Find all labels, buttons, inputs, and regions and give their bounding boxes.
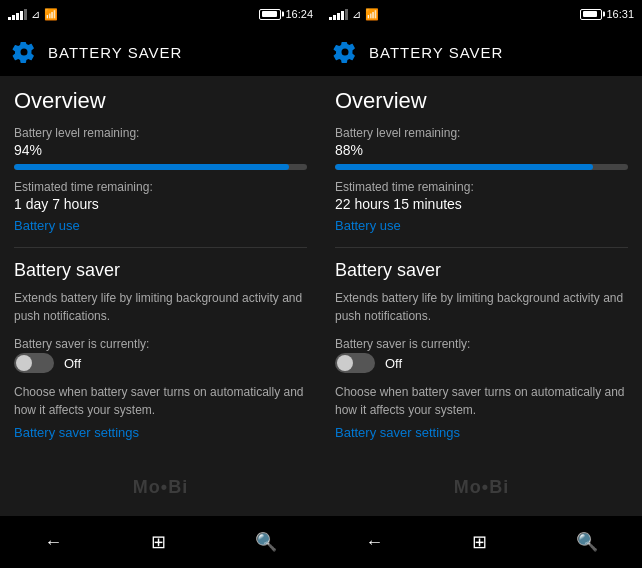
battery-saver-desc-2: Extends battery life by limiting backgro… xyxy=(335,289,628,325)
battery-saver-heading-1: Battery saver xyxy=(14,260,307,281)
battery-fill-2 xyxy=(335,164,593,170)
battery-level-label-2: Battery level remaining: xyxy=(335,126,628,140)
saver-choose-text-1: Choose when battery saver turns on autom… xyxy=(14,383,307,419)
search-button-1[interactable]: 🔍 xyxy=(235,523,297,561)
page-title-1: BATTERY SAVER xyxy=(48,44,182,61)
battery-fill-1 xyxy=(14,164,289,170)
battery-saver-settings-link-2[interactable]: Battery saver settings xyxy=(335,425,628,440)
title-bar-1: BATTERY SAVER xyxy=(0,28,321,76)
nav-bar-2: ← ⊞ 🔍 xyxy=(321,516,642,568)
toggle-knob-1 xyxy=(16,355,32,371)
overview-heading-1: Overview xyxy=(14,88,307,114)
toggle-label-1: Off xyxy=(64,356,81,371)
signal-icon-1 xyxy=(8,8,27,20)
battery-level-label-1: Battery level remaining: xyxy=(14,126,307,140)
toggle-label-2: Off xyxy=(385,356,402,371)
toggle-row-1: Off xyxy=(14,353,307,373)
toggle-knob-2 xyxy=(337,355,353,371)
overview-heading-2: Overview xyxy=(335,88,628,114)
gear-icon-2 xyxy=(333,40,357,64)
time-display-2: 16:31 xyxy=(606,8,634,20)
divider-2 xyxy=(335,247,628,248)
battery-saver-toggle-2[interactable] xyxy=(335,353,375,373)
network-type-1: ⊿ xyxy=(31,8,40,21)
back-button-1[interactable]: ← xyxy=(24,524,82,561)
toggle-row-2: Off xyxy=(335,353,628,373)
saver-status-label-1: Battery saver is currently: xyxy=(14,337,307,351)
status-right-1: 16:24 xyxy=(259,8,313,20)
battery-use-link-2[interactable]: Battery use xyxy=(335,218,628,233)
status-left-1: ⊿ 📶 xyxy=(8,8,58,21)
battery-use-link-1[interactable]: Battery use xyxy=(14,218,307,233)
battery-level-value-1: 94% xyxy=(14,142,307,158)
saver-status-label-2: Battery saver is currently: xyxy=(335,337,628,351)
home-button-1[interactable]: ⊞ xyxy=(131,523,186,561)
content-1: Overview Battery level remaining: 94% Es… xyxy=(0,76,321,516)
status-left-2: ⊿ 📶 xyxy=(329,8,379,21)
time-remaining-label-2: Estimated time remaining: xyxy=(335,180,628,194)
time-remaining-value-2: 22 hours 15 minutes xyxy=(335,196,628,212)
title-bar-2: BATTERY SAVER xyxy=(321,28,642,76)
saver-choose-text-2: Choose when battery saver turns on autom… xyxy=(335,383,628,419)
home-button-2[interactable]: ⊞ xyxy=(452,523,507,561)
status-right-2: 16:31 xyxy=(580,8,634,20)
gear-icon-1 xyxy=(12,40,36,64)
wifi-icon-1: 📶 xyxy=(44,8,58,21)
signal-icon-2 xyxy=(329,8,348,20)
nav-bar-1: ← ⊞ 🔍 xyxy=(0,516,321,568)
battery-progress-1 xyxy=(14,164,307,170)
battery-progress-2 xyxy=(335,164,628,170)
phone-panel-2: ⊿ 📶 16:31 BATTERY SAVER Overview Battery… xyxy=(321,0,642,568)
wifi-icon-2: 📶 xyxy=(365,8,379,21)
battery-saver-settings-link-1[interactable]: Battery saver settings xyxy=(14,425,307,440)
battery-level-value-2: 88% xyxy=(335,142,628,158)
time-remaining-value-1: 1 day 7 hours xyxy=(14,196,307,212)
page-title-2: BATTERY SAVER xyxy=(369,44,503,61)
battery-status-icon-2 xyxy=(580,9,602,20)
status-bar-1: ⊿ 📶 16:24 xyxy=(0,0,321,28)
battery-saver-toggle-1[interactable] xyxy=(14,353,54,373)
content-2: Overview Battery level remaining: 88% Es… xyxy=(321,76,642,516)
battery-saver-desc-1: Extends battery life by limiting backgro… xyxy=(14,289,307,325)
divider-1 xyxy=(14,247,307,248)
phone-panel-1: ⊿ 📶 16:24 BATTERY SAVER Overview Battery… xyxy=(0,0,321,568)
time-display-1: 16:24 xyxy=(285,8,313,20)
back-button-2[interactable]: ← xyxy=(345,524,403,561)
search-button-2[interactable]: 🔍 xyxy=(556,523,618,561)
network-type-2: ⊿ xyxy=(352,8,361,21)
time-remaining-label-1: Estimated time remaining: xyxy=(14,180,307,194)
battery-saver-heading-2: Battery saver xyxy=(335,260,628,281)
status-bar-2: ⊿ 📶 16:31 xyxy=(321,0,642,28)
battery-status-icon-1 xyxy=(259,9,281,20)
